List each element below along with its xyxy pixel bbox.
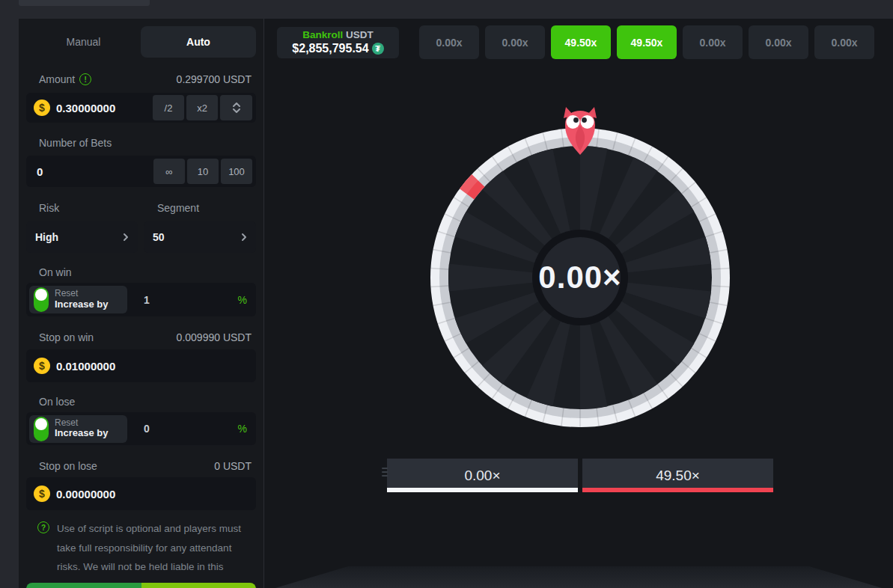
stop-on-win-input[interactable]: 0.01000000	[56, 360, 252, 373]
tether-icon: ₮	[372, 43, 384, 55]
history-result[interactable]: 0.00x	[485, 25, 545, 59]
mode-tabs: Manual Auto	[26, 26, 256, 58]
stop-on-lose-display: 0 USDT	[214, 460, 252, 472]
history-result[interactable]: 0.00x	[749, 25, 808, 59]
tab-auto[interactable]: Auto	[141, 26, 256, 58]
owl-pointer-icon	[562, 107, 598, 158]
chevron-right-icon	[241, 233, 247, 242]
chevron-down-icon	[233, 108, 240, 113]
percent-sign: %	[238, 294, 247, 306]
bets-input-row: 0 ∞ 10 100	[26, 156, 256, 187]
start-autobet-button[interactable]	[141, 583, 257, 588]
result-bar-label: 0.00×	[464, 468, 500, 484]
result-bar-low: 0.00×	[387, 459, 578, 492]
bankroll-amount: $2,855,795.54	[292, 41, 368, 56]
double-button[interactable]: x2	[186, 95, 218, 120]
action-buttons	[26, 583, 256, 588]
infinity-button[interactable]: ∞	[153, 159, 185, 184]
on-win-toggle[interactable]: Reset Increase by	[29, 286, 127, 313]
preset-100-button[interactable]: 100	[221, 159, 252, 184]
percent-sign: %	[238, 423, 247, 435]
on-lose-input[interactable]: 0	[144, 423, 238, 435]
amount-label-row: Amount ! 0.299700 USDT	[39, 73, 252, 86]
stop-on-win-display: 0.009990 USDT	[177, 331, 252, 343]
on-lose-label: On lose	[39, 396, 75, 408]
increase-by-option: Increase by	[55, 428, 109, 439]
stop-on-win-label: Stop on win	[39, 331, 94, 343]
amount-stepper[interactable]	[220, 95, 252, 120]
toggle-switch-icon	[34, 287, 49, 312]
amount-label: Amount	[39, 73, 75, 85]
scrolled-tab-remnant	[19, 0, 150, 6]
risk-value: High	[35, 231, 58, 243]
stop-on-win-input-row: $ 0.01000000	[26, 349, 256, 382]
segment-value: 50	[153, 231, 165, 243]
multiplier-history: 0.00x 0.00x 49.50x 49.50x 0.00x 0.00x 0.…	[419, 25, 874, 59]
wheel-game-area: Bankroll USDT $2,855,795.54 ₮ 0.00x 0.00…	[264, 19, 893, 588]
stop-on-lose-input-row: $ 0.00000000	[26, 477, 256, 510]
bets-input[interactable]: 0	[37, 165, 151, 178]
on-lose-toggle[interactable]: Reset Increase by	[29, 415, 127, 443]
history-result[interactable]: 49.50x	[617, 25, 677, 59]
history-result[interactable]: 0.00x	[683, 25, 743, 59]
coin-icon: $	[34, 99, 50, 116]
amount-input[interactable]: 0.30000000	[56, 102, 150, 114]
result-bar-label: 49.50×	[656, 468, 700, 484]
stop-on-lose-label: Stop on lose	[39, 460, 97, 472]
preset-10-button[interactable]: 10	[187, 159, 219, 184]
coin-icon: $	[34, 486, 50, 502]
bankroll-currency: USDT	[346, 29, 374, 40]
on-lose-row: Reset Increase by 0 %	[26, 412, 256, 445]
on-win-label: On win	[39, 266, 72, 278]
current-multiplier: 0.00×	[538, 260, 621, 295]
drag-handle[interactable]	[382, 468, 388, 477]
bets-label: Number of Bets	[39, 137, 112, 149]
coin-icon: $	[34, 358, 50, 374]
risk-label: Risk	[39, 202, 59, 214]
segment-select[interactable]: 50	[144, 221, 256, 253]
script-disclaimer: ? Use of script is optional and players …	[37, 519, 257, 588]
risk-select[interactable]: High	[26, 221, 138, 253]
half-button[interactable]: /2	[153, 95, 184, 120]
result-bar-stripe	[387, 488, 578, 492]
bet-control-panel: Manual Auto Amount ! 0.299700 USDT $ 0.3…	[19, 19, 263, 588]
history-result[interactable]: 49.50x	[551, 25, 611, 59]
reset-option: Reset	[55, 289, 109, 299]
history-result[interactable]: 0.00x	[814, 25, 874, 59]
result-bar-high: 49.50×	[582, 459, 773, 492]
disclaimer-text: Use of script is optional and players mu…	[57, 519, 255, 588]
on-win-row: Reset Increase by 1 %	[26, 283, 256, 316]
toggle-switch-icon	[34, 417, 49, 441]
chevron-right-icon	[123, 233, 129, 242]
stop-on-win-label-row: Stop on win 0.009990 USDT	[39, 331, 252, 343]
bankroll-panel: Bankroll USDT $2,855,795.54 ₮	[277, 27, 399, 58]
help-icon: ?	[37, 521, 49, 533]
info-icon: !	[79, 73, 91, 85]
secondary-action-button[interactable]	[26, 583, 141, 588]
bankroll-label: Bankroll	[302, 29, 343, 40]
increase-by-option: Increase by	[55, 299, 109, 310]
stop-on-lose-input[interactable]: 0.00000000	[56, 488, 252, 500]
on-win-input[interactable]: 1	[144, 294, 238, 306]
result-bar-stripe	[582, 488, 773, 492]
reset-option: Reset	[55, 418, 109, 429]
stage-floor	[275, 566, 882, 588]
tab-manual[interactable]: Manual	[26, 26, 141, 58]
amount-display: 0.299700 USDT	[177, 73, 252, 85]
segment-label: Segment	[157, 202, 199, 214]
chevron-up-icon	[233, 102, 240, 107]
amount-input-row: $ 0.30000000 /2 x2	[26, 93, 256, 123]
history-result[interactable]: 0.00x	[419, 25, 479, 59]
stop-on-lose-label-row: Stop on lose 0 USDT	[39, 459, 252, 472]
